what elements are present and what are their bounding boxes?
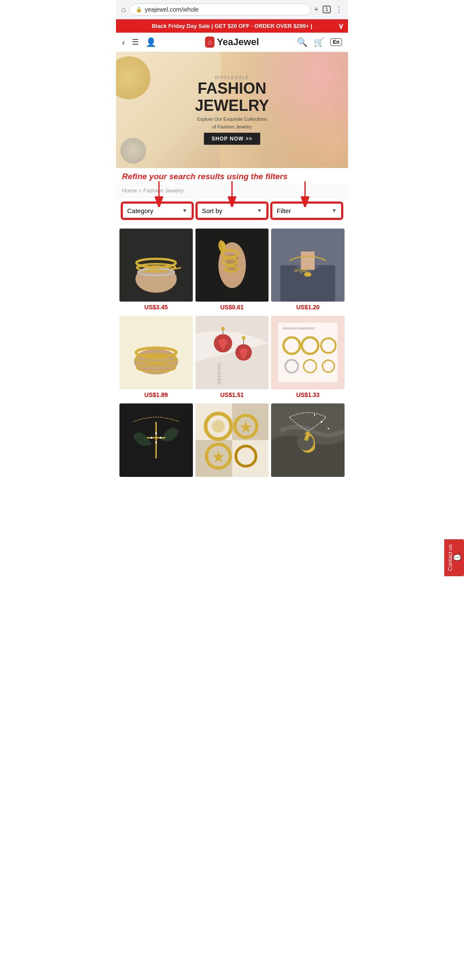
promo-text: Black Friday Day Sale | GET $20 OFF · OR… — [152, 23, 312, 29]
browser-actions: + 1 ⋮ — [314, 5, 343, 14]
back-icon[interactable]: ‹ — [122, 37, 125, 47]
svg-point-65 — [314, 414, 315, 415]
svg-text:WEDDING: WEDDING — [216, 363, 221, 385]
svg-point-64 — [328, 428, 329, 429]
product-image-6: FASHION EARRINGS — [271, 316, 345, 389]
browser-chrome: ⌂ 🔒 yeajewel.com/whole + 1 ⋮ — [116, 0, 348, 19]
hero-cta-button[interactable]: SHOP NOW >> — [204, 133, 260, 145]
annotation-arrows-svg — [116, 181, 348, 207]
product-card-1[interactable]: US$3.45 — [119, 229, 193, 314]
svg-text:FASHION EARRINGS: FASHION EARRINGS — [283, 327, 314, 330]
sortby-chevron-icon: ▼ — [257, 208, 262, 214]
product-price-2: US$0.61 — [195, 304, 269, 313]
filter-chevron-icon: ▼ — [332, 208, 337, 214]
product-price-7 — [119, 479, 193, 482]
cart-icon[interactable]: 🛒 — [314, 37, 324, 47]
category-label: Category — [127, 207, 153, 214]
product-image-4 — [119, 316, 193, 389]
svg-point-47 — [151, 437, 153, 439]
svg-point-28 — [221, 327, 225, 331]
svg-point-63 — [321, 421, 323, 423]
jewel-decoration-1 — [116, 56, 150, 99]
tab-count[interactable]: 1 — [323, 6, 331, 13]
product-price-5: US$1.51 — [195, 391, 269, 401]
svg-point-48 — [160, 437, 162, 439]
hero-text-block: WHOLESALE FASHION JEWELRY Explore Our Ex… — [195, 75, 269, 145]
nav-bar: ‹ ☰ 👤 ⌂ YeaJewel 🔍 🛒 En — [116, 33, 348, 52]
product-price-4: US$1.89 — [119, 391, 193, 401]
product-card-6[interactable]: FASHION EARRINGS US$1.33 — [271, 316, 345, 401]
product-card-7[interactable] — [119, 403, 193, 482]
hero-description: Explore Our Exquisite Collections — [195, 116, 269, 122]
product-image-5: WEDDING — [195, 316, 269, 389]
svg-point-31 — [241, 336, 245, 340]
product-price-6: US$1.33 — [271, 391, 345, 401]
hero-description2: of Fashion Jewelry — [195, 124, 269, 129]
menu-dots-icon[interactable]: ⋮ — [335, 5, 343, 14]
product-card-4[interactable]: US$1.89 — [119, 316, 193, 401]
search-icon[interactable]: 🔍 — [297, 37, 308, 47]
product-price-8 — [195, 479, 269, 482]
product-price-3: US$1.20 — [271, 304, 345, 313]
promo-close-button[interactable]: ∨ — [338, 21, 344, 31]
promo-banner: Black Friday Day Sale | GET $20 OFF · OR… — [116, 19, 348, 33]
logo-text: YeaJewel — [217, 37, 259, 48]
category-chevron-icon: ▼ — [182, 208, 187, 214]
product-card-5[interactable]: WEDDING US$1.51 — [195, 316, 269, 401]
product-image-1 — [119, 229, 193, 302]
product-price-1: US$3.45 — [119, 304, 193, 313]
svg-point-45 — [155, 432, 157, 434]
product-image-8 — [195, 403, 269, 477]
product-image-7 — [119, 403, 193, 477]
jewel-decoration-2 — [120, 138, 146, 164]
url-text: yeajewel.com/whole — [145, 6, 198, 13]
hero-banner: WHOLESALE FASHION JEWELRY Explore Our Ex… — [116, 52, 348, 168]
account-icon[interactable]: 👤 — [146, 37, 156, 47]
product-image-2 — [195, 229, 269, 302]
logo-house-icon: ⌂ — [205, 37, 214, 48]
hero-title: FASHION JEWELRY — [195, 80, 269, 114]
product-card-3[interactable]: angel US$1.20 — [271, 229, 345, 314]
lock-icon: 🔒 — [136, 6, 142, 12]
product-price-9 — [271, 479, 345, 482]
menu-icon[interactable]: ☰ — [132, 37, 139, 47]
product-image-3: angel — [271, 229, 345, 302]
svg-text:angel: angel — [294, 267, 308, 273]
url-bar[interactable]: 🔒 yeajewel.com/whole — [129, 3, 311, 15]
sortby-label: Sort by — [202, 207, 223, 214]
svg-rect-51 — [232, 440, 269, 476]
product-card-9[interactable] — [271, 403, 345, 482]
new-tab-icon[interactable]: + — [314, 5, 319, 14]
language-selector[interactable]: En — [330, 38, 342, 46]
products-grid: US$3.45 US$0.61 — [116, 224, 348, 486]
home-icon[interactable]: ⌂ — [121, 5, 126, 14]
filter-label: Filter — [277, 207, 291, 214]
svg-point-18 — [304, 272, 311, 277]
nav-logo[interactable]: ⌂ YeaJewel — [205, 37, 259, 48]
product-card-8[interactable] — [195, 403, 269, 482]
nav-right: 🔍 🛒 En — [297, 37, 342, 47]
product-image-9 — [271, 403, 345, 477]
svg-point-55 — [212, 420, 225, 433]
svg-point-46 — [155, 442, 157, 443]
product-card-2[interactable]: US$0.61 — [195, 229, 269, 314]
